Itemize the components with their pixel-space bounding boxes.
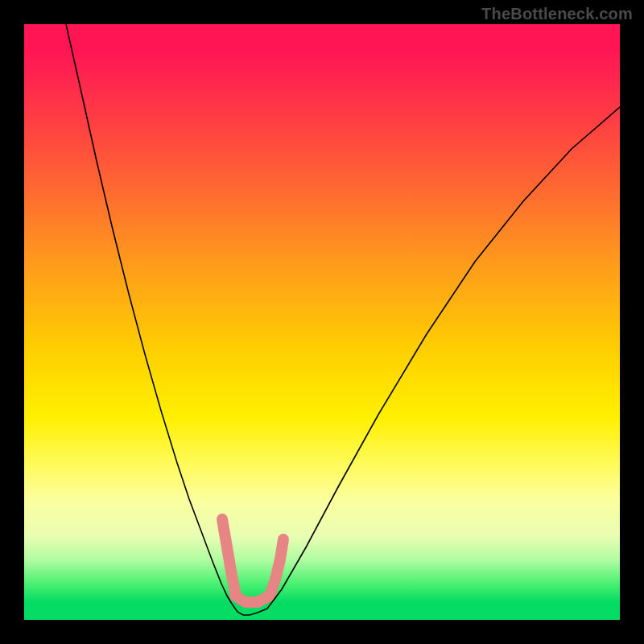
highlight-segment — [270, 539, 283, 596]
bottleneck-curve — [66, 24, 620, 615]
chart-frame: TheBottleneck.com — [0, 0, 644, 644]
curve-svg — [24, 24, 620, 620]
valley-highlight — [222, 519, 283, 602]
highlight-segment — [222, 519, 235, 592]
watermark-text: TheBottleneck.com — [481, 5, 633, 23]
plot-area — [24, 24, 620, 620]
